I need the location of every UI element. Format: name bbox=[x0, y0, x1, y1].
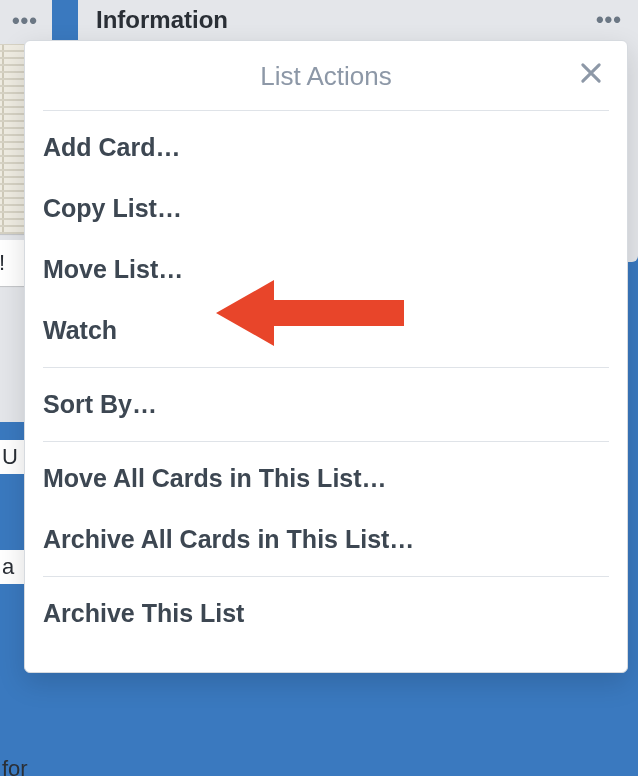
ellipsis-icon[interactable]: ••• bbox=[12, 8, 38, 34]
popover-section: Archive This List bbox=[25, 577, 627, 650]
popover-title: List Actions bbox=[260, 61, 392, 91]
archive-all-cards-item[interactable]: Archive All Cards in This List… bbox=[25, 509, 627, 570]
add-card-item[interactable]: Add Card… bbox=[25, 117, 627, 178]
list-title[interactable]: Information bbox=[96, 6, 228, 34]
close-icon[interactable] bbox=[577, 59, 605, 87]
popover-section: Add Card… Copy List… Move List… Watch bbox=[25, 111, 627, 367]
list-actions-popover: List Actions Add Card… Copy List… Move L… bbox=[24, 40, 628, 673]
sort-by-item[interactable]: Sort By… bbox=[25, 374, 627, 435]
popover-header: List Actions bbox=[25, 41, 627, 110]
watch-item[interactable]: Watch bbox=[25, 300, 627, 361]
popover-section: Sort By… bbox=[25, 368, 627, 441]
popover-section: Move All Cards in This List… Archive All… bbox=[25, 442, 627, 576]
move-list-item[interactable]: Move List… bbox=[25, 239, 627, 300]
move-all-cards-item[interactable]: Move All Cards in This List… bbox=[25, 448, 627, 509]
ellipsis-icon[interactable]: ••• bbox=[596, 7, 622, 33]
copy-list-item[interactable]: Copy List… bbox=[25, 178, 627, 239]
text-fragment: for bbox=[0, 752, 44, 776]
archive-this-list-item[interactable]: Archive This List bbox=[25, 583, 627, 644]
